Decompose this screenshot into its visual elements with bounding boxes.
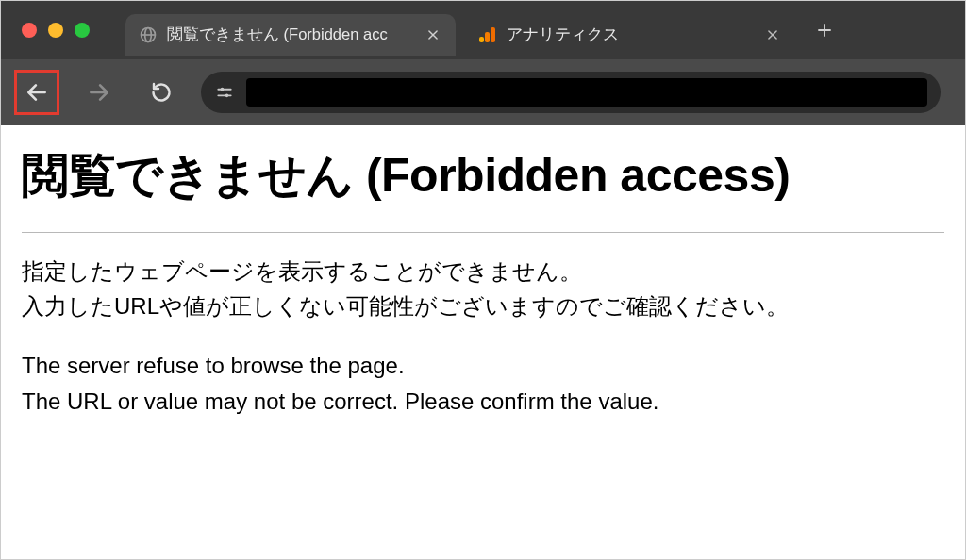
page-heading: 閲覧できません (Forbidden access) <box>22 144 944 207</box>
error-line-en-1: The server refuse to browse the page. <box>22 348 944 383</box>
window-minimize-button[interactable] <box>48 23 63 38</box>
forward-arrow-icon <box>87 80 111 105</box>
close-icon <box>426 28 440 41</box>
page-content: 閲覧できません (Forbidden access) 指定したウェブページを表示… <box>1 125 965 437</box>
url-field[interactable] <box>246 78 927 107</box>
reload-button[interactable] <box>139 70 184 115</box>
error-line-jp-1: 指定したウェブページを表示することができません。 <box>22 254 944 288</box>
svg-point-14 <box>225 94 229 98</box>
toolbar <box>1 59 965 125</box>
tab-forbidden[interactable]: 閲覧できません (Forbidden acc <box>125 14 456 56</box>
forward-button[interactable] <box>76 70 122 115</box>
error-line-en-2: The URL or value may not be correct. Ple… <box>22 384 944 419</box>
address-bar[interactable] <box>201 72 941 113</box>
plus-icon <box>816 22 833 39</box>
globe-icon <box>139 25 158 44</box>
site-settings-icon[interactable] <box>214 82 235 103</box>
window-zoom-button[interactable] <box>75 23 90 38</box>
back-arrow-icon <box>25 80 49 105</box>
google-analytics-icon <box>478 25 497 44</box>
error-body: 指定したウェブページを表示することができません。 入力したURLや値が正しくない… <box>22 254 944 419</box>
window-close-button[interactable] <box>22 23 37 38</box>
svg-point-12 <box>221 88 225 91</box>
divider <box>22 232 944 233</box>
tab-close-button[interactable] <box>763 25 782 44</box>
reload-icon <box>150 81 173 104</box>
window-controls <box>22 23 90 38</box>
tab-strip: 閲覧できません (Forbidden acc アナリティクス <box>1 1 965 59</box>
new-tab-button[interactable] <box>810 16 839 44</box>
error-line-jp-2: 入力したURLや値が正しくない可能性がございますのでご確認ください。 <box>22 288 944 323</box>
tab-close-button[interactable] <box>424 25 442 44</box>
close-icon <box>766 28 779 41</box>
browser-chrome: 閲覧できません (Forbidden acc アナリティクス <box>1 1 965 125</box>
tab-title: 閲覧できません (Forbidden acc <box>167 25 414 45</box>
back-button[interactable] <box>14 70 59 115</box>
tab-title: アナリティクス <box>507 25 754 45</box>
tab-analytics[interactable]: アナリティクス <box>465 14 795 56</box>
